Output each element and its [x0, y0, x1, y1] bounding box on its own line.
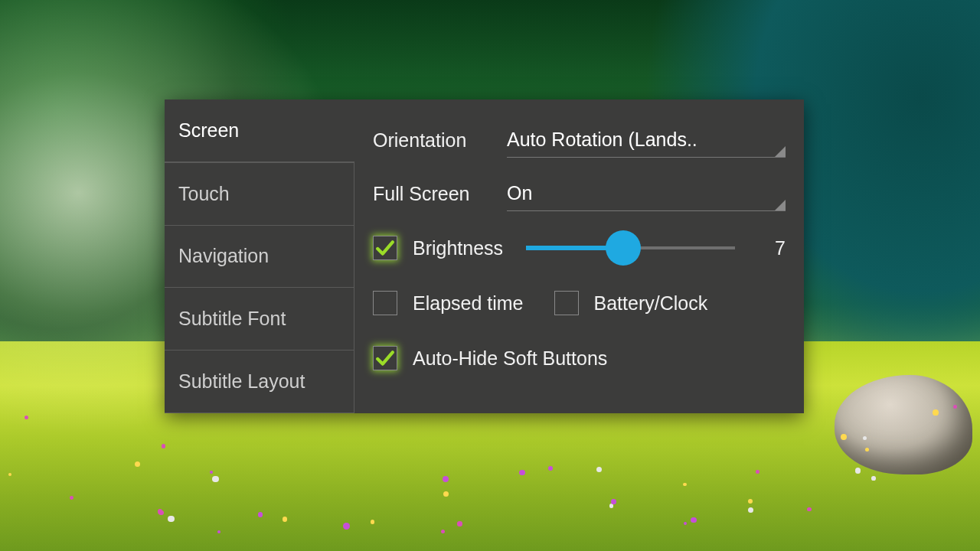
scene-flower — [283, 517, 288, 522]
scene-flower — [371, 520, 375, 524]
tab-label: Touch — [178, 183, 230, 205]
fullscreen-label: Full Screen — [373, 183, 507, 205]
scene-flower — [441, 530, 445, 533]
scene-flower — [841, 434, 847, 440]
fullscreen-spinner[interactable]: On — [507, 177, 786, 211]
scene-flower — [343, 523, 350, 530]
battery-label: Battery/Clock — [594, 292, 708, 315]
brightness-label: Brightness — [413, 237, 503, 259]
scene-flower — [519, 470, 524, 475]
settings-sidebar: Screen Touch Navigation Subtitle Font Su… — [165, 99, 354, 413]
slider-thumb[interactable] — [606, 230, 641, 266]
scene-flower — [611, 499, 616, 504]
tab-touch[interactable]: Touch — [165, 162, 354, 226]
row-overlay-toggles: Elapsed time Battery/Clock — [373, 276, 786, 331]
tab-label: Navigation — [178, 245, 269, 267]
row-fullscreen: Full Screen On — [373, 167, 786, 220]
settings-content: Orientation Auto Rotation (Lands.. Full … — [354, 99, 804, 413]
settings-panel: Screen Touch Navigation Subtitle Font Su… — [165, 99, 804, 413]
orientation-spinner[interactable]: Auto Rotation (Lands.. — [507, 123, 786, 158]
scene-flower — [162, 444, 165, 448]
brightness-slider[interactable] — [526, 230, 735, 266]
autohide-label: Auto-Hide Soft Buttons — [413, 347, 607, 370]
scene-flower — [135, 461, 140, 467]
tab-label: Subtitle Layout — [178, 370, 305, 393]
scene-flower — [609, 504, 614, 508]
elapsed-label: Elapsed time — [413, 292, 524, 315]
brightness-slider-wrap: 7 — [526, 230, 786, 266]
brightness-value: 7 — [749, 237, 786, 259]
scene-flower — [258, 512, 263, 517]
scene-flower — [855, 468, 861, 473]
scene-rock — [835, 375, 972, 474]
scene-flower — [168, 516, 175, 523]
scene-flower — [691, 517, 697, 523]
check-icon — [375, 238, 395, 258]
row-autohide: Auto-Hide Soft Buttons — [373, 331, 786, 386]
scene-flower — [212, 476, 219, 483]
scene-flower — [443, 491, 449, 497]
scene-flower — [807, 507, 811, 511]
tab-navigation[interactable]: Navigation — [165, 226, 354, 289]
tab-subtitle-layout[interactable]: Subtitle Layout — [165, 350, 354, 413]
autohide-checkbox[interactable] — [373, 346, 397, 370]
fullscreen-value: On — [507, 182, 532, 204]
tab-label: Subtitle Font — [178, 308, 286, 330]
brightness-checkbox[interactable] — [373, 236, 397, 260]
scene-flower — [756, 470, 760, 474]
tab-subtitle-font[interactable]: Subtitle Font — [165, 288, 354, 350]
elapsed-checkbox[interactable] — [373, 291, 397, 315]
tab-screen[interactable]: Screen — [165, 99, 354, 162]
battery-checkbox[interactable] — [554, 291, 579, 315]
orientation-value: Auto Rotation (Lands.. — [507, 129, 697, 151]
tab-label: Screen — [178, 119, 239, 142]
orientation-label: Orientation — [373, 129, 507, 152]
check-icon — [375, 348, 395, 368]
row-brightness: Brightness 7 — [373, 220, 786, 276]
row-orientation: Orientation Auto Rotation (Lands.. — [373, 113, 786, 167]
scene-flower — [548, 466, 553, 471]
scene-flower — [457, 521, 462, 527]
scene-flower — [683, 483, 686, 486]
scene-flower — [158, 509, 163, 514]
